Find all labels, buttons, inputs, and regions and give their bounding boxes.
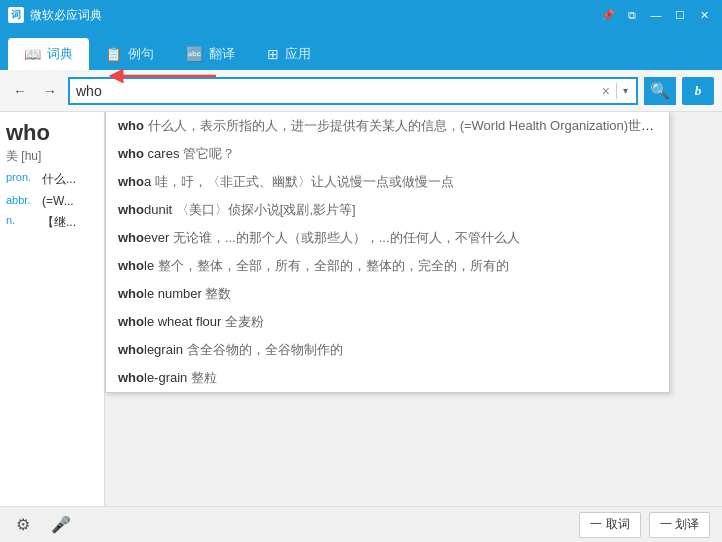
app-title: 微软必应词典	[30, 7, 102, 24]
clear-button[interactable]: ×	[600, 83, 612, 99]
search-button[interactable]: 🔍	[644, 77, 676, 105]
autocomplete-item[interactable]: who 什么人，表示所指的人，进一步提供有关某人的信息，(=World Heal…	[106, 112, 669, 140]
autocomplete-item[interactable]: whole wheat flour 全麦粉	[106, 308, 669, 336]
input-divider	[616, 83, 617, 99]
pos-def-2: (=W...	[42, 194, 74, 208]
hover-translate-label: 一 划译	[660, 516, 699, 533]
tab-app-label: 应用	[285, 45, 311, 63]
search-input[interactable]	[76, 83, 600, 99]
autocomplete-item[interactable]: whole number 整数	[106, 280, 669, 308]
search-input-controls: × ▾	[600, 83, 630, 99]
settings-button[interactable]: ⚙	[12, 514, 34, 536]
hover-translate-button[interactable]: 一 划译	[649, 512, 710, 538]
tab-translate[interactable]: 🔤 翻译	[170, 38, 251, 70]
bottom-bar: ⚙ 🎤 一 取词 一 划译	[0, 506, 722, 542]
pos-row-2: abbr. (=W...	[6, 194, 98, 208]
phonetic: 美 [hu]	[6, 148, 98, 165]
bottom-right: 一 取词 一 划译	[579, 512, 710, 538]
settings-icon: ⚙	[16, 515, 30, 534]
pos-tag-3: n.	[6, 214, 38, 226]
autocomplete-item[interactable]: who cares 管它呢？	[106, 140, 669, 168]
tab-app[interactable]: ⊞ 应用	[251, 38, 327, 70]
autocomplete-item[interactable]: whoa 哇，吁，〈非正式、幽默〉让人说慢一点或做慢一点	[106, 168, 669, 196]
maximize-button[interactable]: ☐	[670, 5, 690, 25]
forward-button[interactable]: →	[38, 79, 62, 103]
minimize-button[interactable]: —	[646, 5, 666, 25]
tab-example-label: 例句	[128, 45, 154, 63]
autocomplete-item[interactable]: whoever 无论谁，...的那个人（或那些人），...的任何人，不管什么人	[106, 224, 669, 252]
autocomplete-item[interactable]: wholegrain 含全谷物的，全谷物制作的	[106, 336, 669, 364]
left-panel: who 美 [hu] pron. 什么... abbr. (=W... n. 【…	[0, 112, 105, 506]
bottom-left: ⚙ 🎤	[12, 514, 72, 536]
autocomplete-item[interactable]: whole 整个，整体，全部，所有，全部的，整体的，完全的，所有的	[106, 252, 669, 280]
title-bar-controls[interactable]: 📌 ⧉ — ☐ ✕	[598, 5, 714, 25]
bing-icon: b	[695, 83, 702, 99]
back-button[interactable]: ←	[8, 79, 32, 103]
dropdown-button[interactable]: ▾	[621, 85, 630, 96]
word-title: who	[6, 120, 98, 146]
search-input-wrap: × ▾	[68, 77, 638, 105]
pin-button[interactable]: 📌	[598, 5, 618, 25]
app-icon: 词	[8, 7, 24, 23]
tab-example[interactable]: 📋 例句	[89, 38, 170, 70]
close-button[interactable]: ✕	[694, 5, 714, 25]
pos-tag-2: abbr.	[6, 194, 38, 206]
search-icon: 🔍	[650, 81, 670, 100]
tab-bar: 📖 词典 📋 例句 🔤 翻译 ⊞ 应用	[0, 30, 722, 70]
tab-example-icon: 📋	[105, 46, 122, 62]
tab-dict-label: 词典	[47, 45, 73, 63]
tab-dict[interactable]: 📖 词典	[8, 38, 89, 70]
pos-row-1: pron. 什么...	[6, 171, 98, 188]
tab-app-icon: ⊞	[267, 46, 279, 62]
tab-translate-label: 翻译	[209, 45, 235, 63]
capture-word-button[interactable]: 一 取词	[579, 512, 640, 538]
bing-button[interactable]: b	[682, 77, 714, 105]
title-bar-left: 词 微软必应词典	[8, 7, 102, 24]
phone-icon: 🎤	[51, 515, 71, 534]
pos-tag-1: pron.	[6, 171, 38, 183]
capture-word-label: 一 取词	[590, 516, 629, 533]
autocomplete-item[interactable]: whole-grain 整粒	[106, 364, 669, 392]
tab-translate-icon: 🔤	[186, 46, 203, 62]
autocomplete-dropdown: who 什么人，表示所指的人，进一步提供有关某人的信息，(=World Heal…	[105, 112, 670, 393]
autocomplete-item[interactable]: whodunit 〈美口〉侦探小说[戏剧,影片等]	[106, 196, 669, 224]
title-bar: 词 微软必应词典 📌 ⧉ — ☐ ✕	[0, 0, 722, 30]
copy-button[interactable]: ⧉	[622, 5, 642, 25]
phone-button[interactable]: 🎤	[50, 514, 72, 536]
autocomplete-list: who 什么人，表示所指的人，进一步提供有关某人的信息，(=World Heal…	[106, 112, 669, 392]
tab-dict-icon: 📖	[24, 46, 41, 62]
pos-def-3: 【继...	[42, 214, 76, 231]
main-area: who 美 [hu] pron. 什么... abbr. (=W... n. 【…	[0, 112, 722, 506]
search-bar: ← → × ▾ 🔍 b	[0, 70, 722, 112]
pos-row-3: n. 【继...	[6, 214, 98, 231]
pos-def-1: 什么...	[42, 171, 76, 188]
